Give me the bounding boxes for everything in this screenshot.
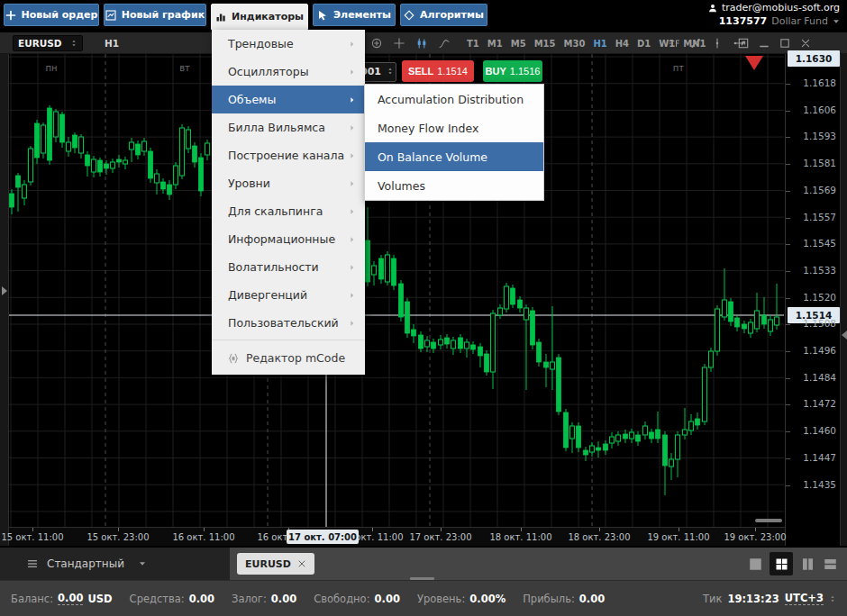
menu-item-0[interactable]: Трендовые (212, 30, 365, 58)
toolbar-button-label: Алгоритмы (420, 9, 484, 21)
price-tick-label: 1.1569 (803, 185, 836, 195)
timeframe-D1[interactable]: D1 (637, 39, 651, 49)
vline-button[interactable] (712, 38, 723, 49)
spinner-icon[interactable] (387, 68, 394, 75)
zoom-circle-icon (371, 38, 382, 49)
minimize-button[interactable] (759, 38, 770, 49)
candles-button[interactable] (416, 38, 427, 49)
status-value[interactable]: 0.00 (58, 592, 83, 605)
menu-item-label: Пользовательский (228, 316, 349, 330)
menu-item-3[interactable]: Билла Вильямса (212, 113, 365, 141)
sell-button[interactable]: SELL 1.1514 (402, 60, 474, 82)
eqf-icon (669, 38, 679, 49)
status-label: Залог: (232, 593, 267, 605)
chevron-down-icon (139, 560, 146, 567)
right-panel-handle[interactable] (840, 54, 847, 546)
timeframe-M30[interactable]: M30 (564, 39, 586, 49)
menu-item-6[interactable]: Для скальпинга (212, 197, 365, 225)
timeframe-M15[interactable]: M15 (534, 39, 556, 49)
submenu-item-label: Accumulation Distribution (378, 93, 524, 106)
layout-columns-button[interactable] (799, 556, 815, 572)
crosshair-icon (394, 38, 405, 49)
eqf-button[interactable] (669, 38, 679, 49)
timeframe-H4[interactable]: H4 (615, 39, 629, 49)
submenu-arrow-icon (349, 180, 356, 187)
status-item-5: Прибыль:0.00 (523, 593, 605, 605)
buy-button[interactable]: BUY 1.1516 (483, 60, 542, 82)
menu-item-9[interactable]: Дивергенций (212, 281, 365, 309)
toolbar-button-0[interactable]: Новый ордер (4, 4, 99, 26)
caret-right-icon (349, 320, 356, 327)
submenu-item-label: Volumes (378, 179, 425, 193)
submenu-item-1[interactable]: Money Flow Index (365, 113, 543, 142)
submenu-item-0[interactable]: Accumulation Distribution (365, 85, 543, 113)
close-icon (297, 559, 306, 568)
titlebar-left-icons (371, 32, 450, 54)
spinner-icon (829, 595, 836, 602)
layout-grid-button[interactable] (770, 552, 793, 575)
workspace-selector[interactable]: Стандартный (0, 548, 230, 580)
timeframe-M5[interactable]: M5 (511, 39, 526, 49)
menu-separator (212, 340, 365, 340)
time-label: 18 окт. 23:00 (568, 532, 630, 542)
toolbar-button-3[interactable]: Элементы (313, 4, 396, 26)
trendline-button[interactable] (690, 38, 701, 49)
menu-item-4[interactable]: Построение канала (212, 141, 365, 169)
submenu-item-2[interactable]: On Balance Volume (365, 142, 543, 171)
caret-right-icon (349, 96, 356, 104)
tab-eurusd[interactable]: EURUSD (237, 553, 314, 575)
price-tick-label: 1.1460 (803, 425, 836, 436)
submenu-item-3[interactable]: Volumes (365, 171, 543, 200)
price-axis[interactable]: 1.1630 1.1514 1.16181.16061.15931.15811.… (785, 54, 847, 546)
menu-item-10[interactable]: Пользовательский (212, 309, 365, 337)
curve-icon (439, 38, 450, 49)
status-suffix: USD (87, 593, 112, 605)
close-button[interactable] (800, 38, 811, 49)
candles-icon (416, 38, 427, 49)
status-value: 0.00 (579, 593, 605, 605)
popout-button[interactable] (738, 38, 749, 49)
time-label: 18 окт. 11:00 (489, 532, 551, 542)
status-item-3: Свободно:0.00 (314, 593, 400, 605)
toolbar-button-1[interactable]: Новый график (104, 4, 206, 26)
person-icon (708, 4, 717, 13)
menu-item-8[interactable]: Волатильности (212, 253, 365, 281)
symbol-selector[interactable]: EURUSD (13, 35, 83, 51)
toolbar-button-4[interactable]: Алгоритмы (400, 4, 487, 26)
left-panel-handle[interactable] (0, 54, 9, 546)
toolbar-button-2[interactable]: Индикаторы (211, 4, 308, 30)
account-number: 1137577 (719, 15, 768, 27)
time-label: 15 окт. 23:00 (87, 532, 149, 542)
spinner-icon[interactable] (70, 40, 77, 47)
submenu-item-label: Money Flow Index (378, 122, 478, 135)
caret-right-icon (349, 292, 356, 299)
zoom-circle-button[interactable] (371, 38, 382, 49)
tick-timezone[interactable]: UTC+3 (785, 592, 824, 605)
braces-icon (228, 353, 239, 364)
layout-rows-button[interactable] (822, 556, 838, 572)
time-axis[interactable]: 17 окт. 07:00 15 окт. 11:0015 окт. 23:00… (9, 527, 785, 546)
close-icon[interactable] (297, 559, 306, 568)
price-tick-dash (786, 111, 790, 112)
maximize-button[interactable] (779, 38, 790, 49)
caret-right-icon (349, 180, 356, 187)
timeframe-H1[interactable]: H1 (593, 39, 606, 49)
chevron-down-icon[interactable] (833, 18, 840, 25)
account-menu[interactable]: trader@mobius-soft.org 1137577 Dollar Fu… (708, 2, 840, 27)
toolbar-button-label: Элементы (333, 9, 391, 21)
menu-item-2[interactable]: Объемы (212, 86, 365, 113)
menu-item-11[interactable]: Редактор mCode (212, 343, 365, 373)
crosshair-button[interactable] (394, 38, 405, 49)
menu-item-label: Информационные (228, 232, 349, 246)
menu-item-7[interactable]: Информационные (212, 225, 365, 253)
timeframe-M1[interactable]: M1 (487, 39, 503, 49)
spinner-icon[interactable] (829, 595, 836, 602)
price-tick-label: 1.1447 (803, 452, 836, 463)
curve-button[interactable] (439, 38, 450, 49)
layout-single-button[interactable] (747, 556, 763, 572)
menu-item-5[interactable]: Уровни (212, 169, 365, 197)
timeframe-T1[interactable]: T1 (467, 39, 479, 49)
diamond-icon (404, 10, 414, 21)
menu-item-1[interactable]: Осцилляторы (212, 58, 365, 86)
expand-left-icon (842, 331, 847, 340)
